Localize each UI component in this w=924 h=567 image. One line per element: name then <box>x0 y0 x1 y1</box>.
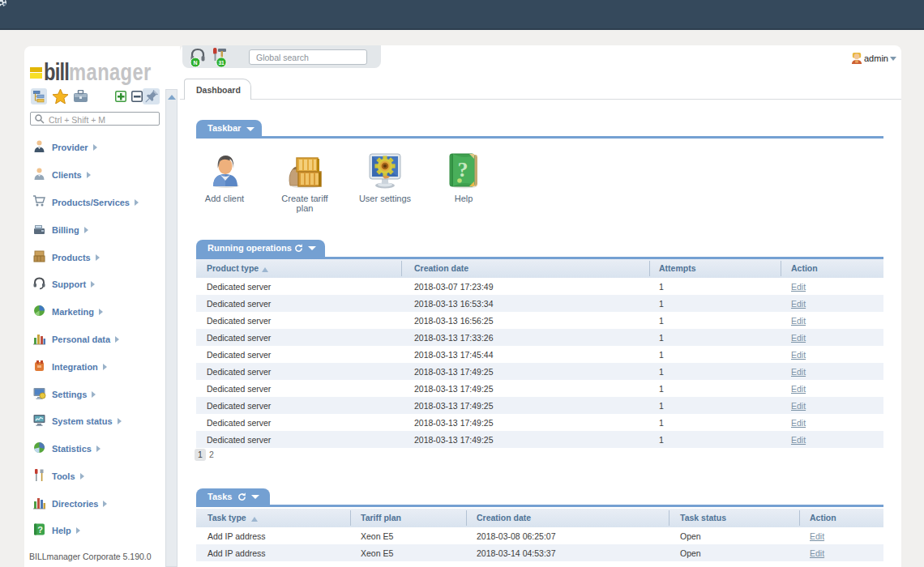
svg-text:31: 31 <box>218 60 225 66</box>
svg-text:?: ? <box>37 525 43 535</box>
svg-text:N: N <box>193 60 197 66</box>
svg-text:?: ? <box>458 158 468 181</box>
